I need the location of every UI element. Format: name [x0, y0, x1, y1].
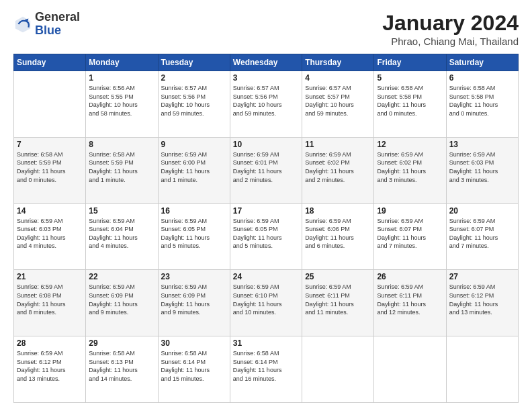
day-number: 18 [305, 206, 371, 216]
day-number: 15 [89, 206, 154, 216]
calendar-cell: 25Sunrise: 6:59 AM Sunset: 6:11 PM Dayli… [302, 270, 374, 336]
day-number: 6 [449, 73, 515, 83]
calendar-cell: 7Sunrise: 6:58 AM Sunset: 5:59 PM Daylig… [14, 137, 86, 203]
day-info: Sunrise: 6:59 AM Sunset: 6:11 PM Dayligh… [377, 283, 443, 316]
calendar-cell: 31Sunrise: 6:58 AM Sunset: 6:14 PM Dayli… [230, 336, 302, 403]
calendar-cell: 16Sunrise: 6:59 AM Sunset: 6:05 PM Dayli… [158, 203, 230, 270]
day-info: Sunrise: 6:57 AM Sunset: 5:56 PM Dayligh… [161, 84, 227, 118]
day-number: 9 [161, 140, 227, 149]
logo: General Blue [13, 11, 80, 38]
logo-text: General Blue [35, 11, 80, 38]
day-info: Sunrise: 6:59 AM Sunset: 6:02 PM Dayligh… [377, 150, 443, 184]
calendar-table: SundayMondayTuesdayWednesdayThursdayFrid… [13, 54, 519, 403]
day-number: 1 [89, 73, 154, 83]
day-number: 8 [89, 140, 154, 149]
weekday-header-tuesday: Tuesday [158, 54, 230, 71]
day-number: 10 [233, 140, 299, 149]
day-info: Sunrise: 6:59 AM Sunset: 6:03 PM Dayligh… [449, 150, 515, 184]
calendar-cell: 26Sunrise: 6:59 AM Sunset: 6:11 PM Dayli… [374, 270, 446, 336]
calendar-header-row: SundayMondayTuesdayWednesdayThursdayFrid… [14, 54, 519, 71]
calendar-cell: 12Sunrise: 6:59 AM Sunset: 6:02 PM Dayli… [374, 137, 446, 203]
day-info: Sunrise: 6:59 AM Sunset: 6:07 PM Dayligh… [377, 217, 443, 250]
day-info: Sunrise: 6:59 AM Sunset: 6:12 PM Dayligh… [17, 349, 83, 383]
day-number: 3 [233, 73, 299, 83]
day-number: 29 [89, 338, 154, 348]
day-number: 2 [161, 73, 227, 83]
day-number: 20 [449, 206, 515, 216]
day-info: Sunrise: 6:59 AM Sunset: 6:01 PM Dayligh… [233, 150, 299, 184]
logo-blue-text: Blue [35, 24, 80, 38]
day-info: Sunrise: 6:58 AM Sunset: 6:14 PM Dayligh… [233, 349, 299, 383]
day-info: Sunrise: 6:58 AM Sunset: 5:58 PM Dayligh… [377, 84, 443, 118]
calendar-cell [302, 336, 374, 403]
day-number: 21 [17, 272, 83, 281]
calendar-cell: 15Sunrise: 6:59 AM Sunset: 6:04 PM Dayli… [86, 203, 158, 270]
calendar-cell: 24Sunrise: 6:59 AM Sunset: 6:10 PM Dayli… [230, 270, 302, 336]
calendar-cell: 3Sunrise: 6:57 AM Sunset: 5:56 PM Daylig… [230, 71, 302, 138]
calendar-cell: 28Sunrise: 6:59 AM Sunset: 6:12 PM Dayli… [14, 336, 86, 403]
calendar-cell: 4Sunrise: 6:57 AM Sunset: 5:57 PM Daylig… [302, 71, 374, 138]
calendar-cell: 29Sunrise: 6:58 AM Sunset: 6:13 PM Dayli… [86, 336, 158, 403]
day-info: Sunrise: 6:59 AM Sunset: 6:03 PM Dayligh… [17, 217, 83, 250]
title-block: January 2024 Phrao, Chiang Mai, Thailand [382, 11, 519, 47]
calendar-cell: 2Sunrise: 6:57 AM Sunset: 5:56 PM Daylig… [158, 71, 230, 138]
calendar-cell: 8Sunrise: 6:58 AM Sunset: 5:59 PM Daylig… [86, 137, 158, 203]
day-number: 31 [233, 338, 299, 348]
calendar-week-2: 7Sunrise: 6:58 AM Sunset: 5:59 PM Daylig… [14, 137, 519, 203]
day-info: Sunrise: 6:59 AM Sunset: 6:12 PM Dayligh… [449, 283, 515, 316]
day-number: 24 [233, 272, 299, 281]
day-number: 7 [17, 140, 83, 149]
day-number: 17 [233, 206, 299, 216]
day-info: Sunrise: 6:59 AM Sunset: 6:02 PM Dayligh… [305, 150, 371, 184]
calendar-week-4: 21Sunrise: 6:59 AM Sunset: 6:08 PM Dayli… [14, 270, 519, 336]
calendar-cell: 9Sunrise: 6:59 AM Sunset: 6:00 PM Daylig… [158, 137, 230, 203]
day-info: Sunrise: 6:59 AM Sunset: 6:08 PM Dayligh… [17, 283, 83, 316]
day-info: Sunrise: 6:58 AM Sunset: 5:59 PM Dayligh… [17, 150, 83, 184]
day-number: 13 [449, 140, 515, 149]
day-info: Sunrise: 6:58 AM Sunset: 6:13 PM Dayligh… [89, 349, 154, 383]
day-info: Sunrise: 6:58 AM Sunset: 5:59 PM Dayligh… [89, 150, 154, 184]
day-info: Sunrise: 6:59 AM Sunset: 6:07 PM Dayligh… [449, 217, 515, 250]
day-number: 14 [17, 206, 83, 216]
day-info: Sunrise: 6:59 AM Sunset: 6:04 PM Dayligh… [89, 217, 154, 250]
page: General Blue January 2024 Phrao, Chiang … [0, 0, 532, 411]
day-info: Sunrise: 6:57 AM Sunset: 5:56 PM Dayligh… [233, 84, 299, 118]
day-info: Sunrise: 6:57 AM Sunset: 5:57 PM Dayligh… [305, 84, 371, 118]
day-info: Sunrise: 6:59 AM Sunset: 6:06 PM Dayligh… [305, 217, 371, 250]
calendar-cell [374, 336, 446, 403]
day-number: 28 [17, 338, 83, 348]
day-number: 19 [377, 206, 443, 216]
day-number: 23 [161, 272, 227, 281]
day-number: 27 [449, 272, 515, 281]
calendar-cell: 23Sunrise: 6:59 AM Sunset: 6:09 PM Dayli… [158, 270, 230, 336]
calendar-cell: 11Sunrise: 6:59 AM Sunset: 6:02 PM Dayli… [302, 137, 374, 203]
logo-general-text: General [35, 11, 80, 24]
day-info: Sunrise: 6:59 AM Sunset: 6:05 PM Dayligh… [161, 217, 227, 250]
weekday-header-sunday: Sunday [14, 54, 86, 71]
calendar-cell: 20Sunrise: 6:59 AM Sunset: 6:07 PM Dayli… [446, 203, 518, 270]
calendar-week-5: 28Sunrise: 6:59 AM Sunset: 6:12 PM Dayli… [14, 336, 519, 403]
day-number: 5 [377, 73, 443, 83]
logo-icon [13, 15, 32, 34]
calendar-cell: 13Sunrise: 6:59 AM Sunset: 6:03 PM Dayli… [446, 137, 518, 203]
day-number: 16 [161, 206, 227, 216]
calendar-cell: 10Sunrise: 6:59 AM Sunset: 6:01 PM Dayli… [230, 137, 302, 203]
day-info: Sunrise: 6:59 AM Sunset: 6:09 PM Dayligh… [89, 283, 154, 316]
calendar-week-3: 14Sunrise: 6:59 AM Sunset: 6:03 PM Dayli… [14, 203, 519, 270]
calendar-cell: 17Sunrise: 6:59 AM Sunset: 6:05 PM Dayli… [230, 203, 302, 270]
day-number: 30 [161, 338, 227, 348]
day-number: 25 [305, 272, 371, 281]
weekday-header-saturday: Saturday [446, 54, 518, 71]
day-info: Sunrise: 6:59 AM Sunset: 6:10 PM Dayligh… [233, 283, 299, 316]
header: General Blue January 2024 Phrao, Chiang … [13, 11, 519, 47]
calendar-cell: 19Sunrise: 6:59 AM Sunset: 6:07 PM Dayli… [374, 203, 446, 270]
calendar-cell: 18Sunrise: 6:59 AM Sunset: 6:06 PM Dayli… [302, 203, 374, 270]
day-info: Sunrise: 6:59 AM Sunset: 6:09 PM Dayligh… [161, 283, 227, 316]
location-subtitle: Phrao, Chiang Mai, Thailand [382, 36, 519, 47]
day-info: Sunrise: 6:59 AM Sunset: 6:05 PM Dayligh… [233, 217, 299, 250]
day-number: 22 [89, 272, 154, 281]
weekday-header-friday: Friday [374, 54, 446, 71]
calendar-cell [14, 71, 86, 138]
calendar-cell: 30Sunrise: 6:58 AM Sunset: 6:14 PM Dayli… [158, 336, 230, 403]
weekday-header-thursday: Thursday [302, 54, 374, 71]
